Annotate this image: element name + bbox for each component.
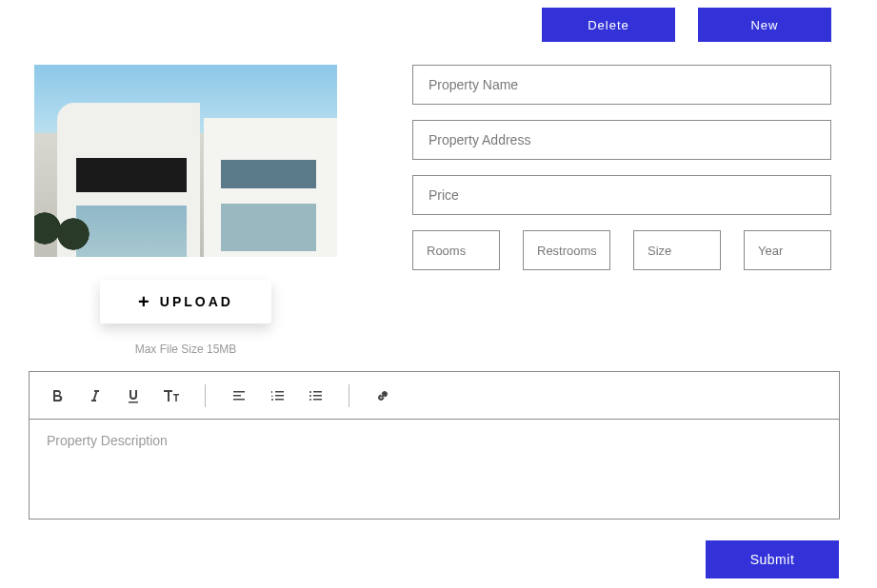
link-icon[interactable] (372, 385, 393, 406)
restrooms-input[interactable] (523, 230, 610, 270)
price-input[interactable] (412, 175, 831, 215)
property-image (34, 65, 337, 257)
file-size-hint: Max File Size 15MB (34, 343, 337, 356)
toolbar-separator (205, 384, 206, 407)
new-button[interactable]: New (698, 8, 831, 42)
rooms-input[interactable] (412, 230, 500, 270)
bold-icon[interactable] (47, 385, 68, 406)
plus-icon: + (138, 291, 152, 313)
year-input[interactable] (744, 230, 831, 270)
size-input[interactable] (633, 230, 721, 270)
textstyle-icon[interactable] (161, 385, 182, 406)
description-textarea[interactable]: Property Description (30, 420, 839, 519)
upload-label: UPLOAD (160, 294, 233, 309)
svg-point-2 (309, 399, 311, 401)
italic-icon[interactable] (85, 385, 106, 406)
description-editor: Property Description (29, 371, 840, 519)
upload-button[interactable]: + UPLOAD (100, 280, 271, 323)
ordered-list-icon[interactable] (267, 385, 288, 406)
toolbar-separator (349, 384, 349, 407)
property-address-input[interactable] (412, 120, 831, 160)
unordered-list-icon[interactable] (305, 385, 326, 406)
svg-point-1 (309, 395, 311, 397)
underline-icon[interactable] (123, 385, 144, 406)
delete-button[interactable]: Delete (542, 8, 675, 42)
property-name-input[interactable] (412, 65, 831, 105)
submit-button[interactable]: Submit (706, 540, 839, 578)
align-icon[interactable] (229, 385, 249, 406)
editor-toolbar (30, 372, 839, 420)
svg-point-0 (309, 391, 311, 393)
